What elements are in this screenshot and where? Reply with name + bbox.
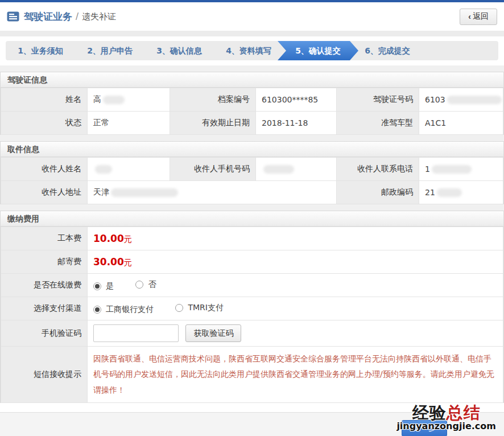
table-row: 状态 正常 有效期止日期 2018-11-18 准驾车型 A1C1 <box>1 112 503 135</box>
card-fee-amount: 10.00 <box>93 233 124 244</box>
recipient-mobile-value <box>256 158 337 181</box>
pay-channel-icbc-label[interactable]: 工商银行支付 <box>106 305 154 315</box>
table-row: 短信接收提示 因陕西省联通、电信运营商技术问题，陕西省互联网交通安全综合服务管理… <box>1 347 503 403</box>
card-fee-unit: 元 <box>124 235 132 244</box>
sms-code-label: 手机验证码 <box>1 320 88 347</box>
online-pay-yes-label[interactable]: 是 <box>106 281 114 291</box>
postal-code-value: 21 <box>419 181 503 204</box>
redaction-smudge <box>103 96 125 104</box>
sms-notice-text: 因陕西省联通、电信运营商技术问题，陕西省互联网交通安全综合服务管理平台无法向持陕… <box>88 347 503 403</box>
payment-section: 缴纳费用 工本费 10.00元 邮寄费 30.00元 是否在线缴费 <box>0 211 504 403</box>
postage-fee-amount: 30.00 <box>93 256 124 268</box>
header: 驾驶证业务 / 遗失补证 ‹ 返回 <box>0 2 504 31</box>
redaction-smudge <box>437 188 462 197</box>
chevron-left-icon: ‹ <box>468 12 471 21</box>
recipient-address-value: 天津 <box>88 181 337 204</box>
recipient-phone-value: 1 <box>419 158 503 181</box>
pay-channel-tmri-label[interactable]: TMRI支付 <box>188 303 224 313</box>
vehicle-class-value: A1C1 <box>419 112 503 135</box>
recipient-address-label: 收件人地址 <box>1 181 88 204</box>
step-tab-6[interactable]: 6、完成提交 <box>353 41 422 60</box>
postage-fee-label: 邮寄费 <box>1 250 88 274</box>
table-row: 是否在线缴费 是 否 <box>1 274 503 297</box>
status-label: 状态 <box>1 112 88 135</box>
license-no-label: 驾驶证号码 <box>337 88 419 112</box>
pay-channel-options: 工商银行支付 TMRI支付 <box>88 297 503 320</box>
redaction-smudge <box>95 165 112 174</box>
redaction-smudge <box>111 188 178 197</box>
page: 驾驶证业务 / 遗失补证 ‹ 返回 1、业务须知 2、用户申告 3、确认信息 4… <box>0 0 504 436</box>
name-label: 姓名 <box>1 88 88 112</box>
radio-checked-icon[interactable] <box>93 306 101 314</box>
status-value: 正常 <box>88 112 170 135</box>
valid-until-label: 有效期止日期 <box>170 112 256 135</box>
section-gap <box>0 135 504 141</box>
pickup-info-title: 取件信息 <box>1 142 503 157</box>
back-button[interactable]: ‹ 返回 <box>460 9 497 25</box>
redaction-smudge <box>432 165 472 174</box>
online-pay-yes-option[interactable]: 是 <box>93 281 114 291</box>
pickup-info-table: 收件人姓名 收件人手机号码 收件人联系电话 1 收件人地址 天津 邮政编码 21 <box>1 157 503 204</box>
table-row: 收件人姓名 收件人手机号码 收件人联系电话 1 <box>1 158 503 181</box>
card-fee-label: 工本费 <box>1 227 88 250</box>
pay-channel-icbc-option[interactable]: 工商银行支付 <box>93 305 154 315</box>
breadcrumb-divider: / <box>76 11 79 22</box>
card-fee-value: 10.00元 <box>88 227 503 250</box>
step-tab-4[interactable]: 4、资料填写 <box>214 41 283 60</box>
breadcrumb-current: 遗失补证 <box>82 11 116 22</box>
section-gap <box>0 65 504 72</box>
radio-unchecked-icon[interactable] <box>135 281 143 289</box>
recipient-mobile-label: 收件人手机号码 <box>170 158 256 181</box>
name-value: 高 <box>88 88 170 112</box>
file-no-label: 档案编号 <box>170 88 256 112</box>
sms-code-input[interactable] <box>93 324 179 342</box>
table-row: 工本费 10.00元 <box>1 227 503 250</box>
sms-code-field-cell: 获取验证码 <box>88 320 503 347</box>
header-gap <box>0 31 504 36</box>
license-info-title: 驾驶证信息 <box>1 72 503 88</box>
online-pay-label: 是否在线缴费 <box>1 274 88 297</box>
payment-table: 工本费 10.00元 邮寄费 30.00元 是否在线缴费 <box>1 227 503 403</box>
recipient-name-value <box>88 158 170 181</box>
table-row: 选择支付渠道 工商银行支付 TMRI支付 <box>1 297 503 320</box>
recipient-name-label: 收件人姓名 <box>1 158 88 181</box>
page-title: 驾驶证业务 <box>24 10 72 23</box>
postage-fee-value: 30.00元 <box>88 250 503 274</box>
step-tab-5-active[interactable]: 5、确认提交 <box>278 41 358 60</box>
table-row: 收件人地址 天津 邮政编码 21 <box>1 181 503 204</box>
sms-notice-label: 短信接收提示 <box>1 347 88 403</box>
back-button-label: 返回 <box>473 11 489 22</box>
recipient-phone-label: 收件人联系电话 <box>337 158 419 181</box>
footer-bar: 上一步 <box>0 412 504 436</box>
postal-code-label: 邮政编码 <box>337 181 419 204</box>
pay-channel-label: 选择支付渠道 <box>1 297 88 320</box>
step-tab-1[interactable]: 1、业务须知 <box>6 41 75 60</box>
online-pay-options: 是 否 <box>88 274 503 297</box>
vehicle-class-label: 准驾车型 <box>337 112 419 135</box>
radio-checked-icon[interactable] <box>93 282 101 290</box>
step-tab-2[interactable]: 2、用户申告 <box>75 41 144 60</box>
online-pay-no-option[interactable]: 否 <box>135 279 156 290</box>
table-row: 手机验证码 获取验证码 <box>1 320 503 347</box>
section-gap <box>0 204 504 211</box>
license-no-value: 6103 <box>419 88 503 112</box>
previous-step-button[interactable]: 上一步 <box>402 420 447 436</box>
form-list-icon <box>7 11 19 22</box>
valid-until-value: 2018-11-18 <box>256 112 337 135</box>
step-tab-3[interactable]: 3、确认信息 <box>144 41 214 60</box>
table-row: 姓名 高 档案编号 610300****85 驾驶证号码 6103 <box>1 88 503 112</box>
online-pay-no-label[interactable]: 否 <box>148 279 156 290</box>
redaction-smudge <box>447 96 502 104</box>
radio-unchecked-icon[interactable] <box>175 304 183 312</box>
payment-title: 缴纳费用 <box>1 211 503 227</box>
main-panel: 1、业务须知 2、用户申告 3、确认信息 4、资料填写 5、确认提交 6、完成提… <box>0 36 504 436</box>
postage-fee-unit: 元 <box>124 258 132 267</box>
get-sms-code-button[interactable]: 获取验证码 <box>185 324 241 342</box>
license-info-table: 姓名 高 档案编号 610300****85 驾驶证号码 6103 状态 正常 … <box>1 88 503 135</box>
table-row: 邮寄费 30.00元 <box>1 250 503 274</box>
pay-channel-tmri-option[interactable]: TMRI支付 <box>175 303 224 313</box>
redaction-smudge <box>263 165 294 174</box>
pickup-info-section: 取件信息 收件人姓名 收件人手机号码 收件人联系电话 1 收件人地址 天津 邮政… <box>0 141 504 204</box>
file-no-value: 610300****85 <box>256 88 337 112</box>
step-wizard: 1、业务须知 2、用户申告 3、确认信息 4、资料填写 5、确认提交 6、完成提… <box>0 36 504 65</box>
